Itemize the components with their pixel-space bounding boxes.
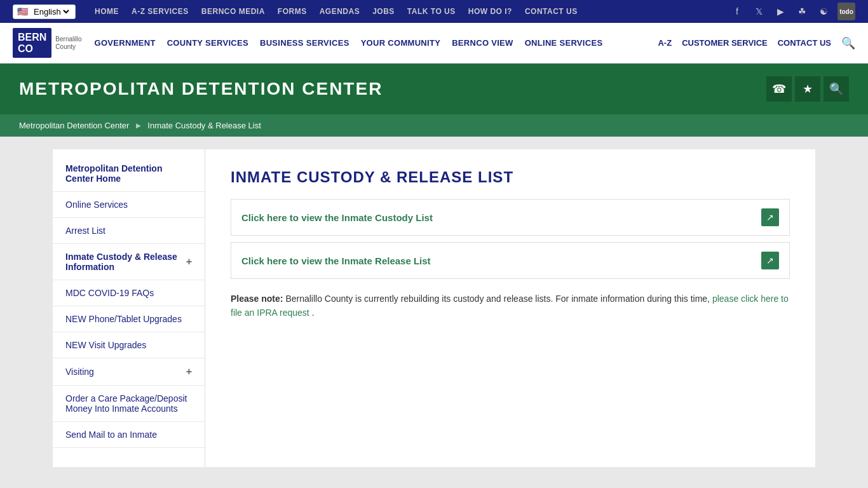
dept-header: Metropolitan Detention Center ☎ ★ 🔍: [0, 64, 868, 114]
nav-how-do-i[interactable]: HOW DO I?: [468, 7, 512, 16]
sidebar-item-visit-upgrades[interactable]: NEW Visit Upgrades: [53, 332, 205, 358]
sidebar-item-send-mail[interactable]: Send Mail to an Inmate: [53, 422, 205, 448]
release-list-item[interactable]: Click here to view the Inmate Release Li…: [231, 242, 790, 279]
logo-text: BernalilloCounty: [55, 36, 81, 51]
sidebar-item-arrest-list[interactable]: Arrest List: [53, 218, 205, 244]
custody-list-item[interactable]: Click here to view the Inmate Custody Li…: [231, 199, 790, 236]
breadcrumb: Metropolitan Detention Center ► Inmate C…: [0, 114, 868, 137]
top-bar-nav: HOME A-Z SERVICES BERNCO MEDIA FORMS AGE…: [95, 7, 578, 16]
note-suffix: .: [312, 308, 315, 318]
release-arrow-icon: ↗: [761, 252, 779, 269]
main-content: Inmate Custody & Release List Click here…: [205, 149, 815, 467]
nav-home[interactable]: HOME: [95, 7, 119, 16]
breadcrumb-home[interactable]: Metropolitan Detention Center: [19, 121, 129, 130]
logo-box: BERN CO: [13, 28, 51, 58]
nav-customer-service[interactable]: CUSTOMER SERVICE: [682, 38, 768, 48]
youtube-icon[interactable]: ▶: [773, 4, 788, 19]
dept-header-icons: ☎ ★ 🔍: [766, 76, 849, 102]
nav-forms[interactable]: FORMS: [278, 7, 307, 16]
sidebar-item-mdc-covid[interactable]: MDC COVID-19 FAQs: [53, 280, 205, 306]
nav-online-services[interactable]: ONLINE SERVICES: [525, 38, 603, 48]
language-dropdown[interactable]: English: [31, 6, 71, 17]
nav-az[interactable]: A-Z SERVICES: [132, 7, 189, 16]
custody-arrow-icon: ↗: [761, 208, 779, 226]
nav-jobs[interactable]: JOBS: [372, 7, 395, 16]
nav-agendas[interactable]: AGENDAS: [320, 7, 360, 16]
todo-icon[interactable]: todo: [837, 3, 855, 20]
social-links: f 𝕏 ▶ ☘ ☯ todo: [729, 3, 855, 20]
plus-icon-visiting: +: [186, 366, 192, 377]
star-icon[interactable]: ★: [795, 76, 820, 102]
nav-bernco-view[interactable]: BERNCO VIEW: [452, 38, 513, 48]
main-nav-links: GOVERNMENT COUNTY SERVICES BUSINESS SERV…: [94, 38, 658, 48]
instagram-icon[interactable]: ☘: [794, 4, 810, 19]
phone-icon[interactable]: ☎: [766, 76, 792, 102]
plus-icon-custody: +: [186, 256, 192, 268]
search-dept-icon[interactable]: 🔍: [824, 76, 849, 102]
release-list-link[interactable]: Click here to view the Inmate Release Li…: [241, 255, 431, 266]
note-text: Please note: Bernalillo County is curren…: [231, 292, 790, 320]
dept-title: Metropolitan Detention Center: [19, 79, 383, 99]
sidebar-item-visiting[interactable]: Visiting +: [53, 358, 205, 386]
note-body: Bernalillo County is currently rebuildin…: [285, 294, 712, 304]
sidebar-item-phone-tablet[interactable]: NEW Phone/Tablet Upgrades: [53, 306, 205, 332]
page-title: Inmate Custody & Release List: [231, 168, 790, 186]
nav-business-services[interactable]: BUSINESS SERVICES: [260, 38, 349, 48]
note-strong: Please note:: [231, 294, 283, 304]
language-selector[interactable]: 🇺🇸 English: [13, 4, 76, 19]
nav-az-right[interactable]: A-Z: [658, 38, 672, 48]
twitter-icon[interactable]: 𝕏: [751, 4, 766, 19]
main-nav: BERN CO BernalilloCounty GOVERNMENT COUN…: [0, 23, 868, 64]
nav-talk-to-us[interactable]: TALK TO US: [407, 7, 456, 16]
sidebar: Metropolitan Detention Center Home Onlin…: [53, 149, 205, 467]
logo[interactable]: BERN CO BernalilloCounty: [13, 28, 81, 58]
main-nav-right: A-Z CUSTOMER SERVICE CONTACT US 🔍: [658, 36, 855, 50]
nav-your-community[interactable]: YOUR COMMUNITY: [361, 38, 441, 48]
sidebar-item-online-services[interactable]: Online Services: [53, 192, 205, 218]
nav-government[interactable]: GOVERNMENT: [94, 38, 155, 48]
nav-contact-us[interactable]: CONTACT US: [525, 7, 578, 16]
sidebar-item-mdc-home[interactable]: Metropolitan Detention Center Home: [53, 156, 205, 192]
nav-county-services[interactable]: COUNTY SERVICES: [167, 38, 248, 48]
flickr-icon[interactable]: ☯: [816, 4, 831, 19]
custody-list-link[interactable]: Click here to view the Inmate Custody Li…: [241, 212, 433, 223]
sidebar-item-inmate-custody[interactable]: Inmate Custody & Release Information +: [53, 244, 205, 280]
facebook-icon[interactable]: f: [729, 4, 745, 19]
breadcrumb-current: Inmate Custody & Release List: [147, 121, 261, 130]
breadcrumb-separator: ►: [134, 121, 142, 130]
nav-bernco-media[interactable]: BERNCO MEDIA: [201, 7, 265, 16]
nav-contact-us-right[interactable]: CONTACT US: [778, 38, 831, 48]
content-wrapper: Metropolitan Detention Center Home Onlin…: [53, 149, 815, 467]
search-icon[interactable]: 🔍: [841, 36, 855, 50]
sidebar-item-order-care[interactable]: Order a Care Package/Deposit Money Into …: [53, 386, 205, 422]
